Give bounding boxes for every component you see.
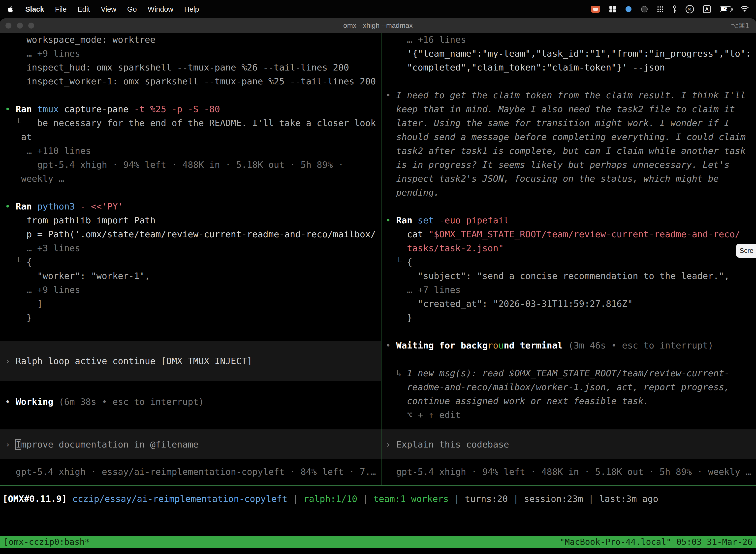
left-terminal-pane[interactable]: workspace_mode: worktree … +9 lines insp… — [0, 33, 381, 485]
window-title: omx --xhigh --madmax — [343, 21, 413, 30]
tmux-status-bar: [omx-cczip0:bash* "MacBook-Pro-44.local"… — [0, 536, 756, 548]
terminal-line — [381, 325, 756, 339]
app-menu-slack[interactable]: Slack — [25, 5, 44, 13]
terminal-line: gpt-5.4 xhigh · essay/ai-reimplementatio… — [0, 465, 381, 479]
window-grid-icon[interactable] — [609, 6, 616, 13]
menu-edit[interactable]: Edit — [78, 5, 90, 13]
menu-go[interactable]: Go — [127, 5, 137, 13]
prompt-band[interactable]: › Explain this codebase — [381, 429, 756, 459]
terminal-line: • Waiting for background terminal (3m 46… — [381, 339, 756, 352]
terminal-line: • I need to get the claim token from the… — [381, 88, 756, 102]
window-shortcut: ⌥⌘1 — [731, 22, 750, 30]
battery-icon[interactable]: ϟ — [720, 6, 731, 12]
keyboard-layout-letter: A — [705, 6, 709, 12]
screen: Slack File Edit View Go Window Help — [0, 0, 756, 554]
terminal-line: • Working (6m 38s • esc to interrupt) — [0, 395, 381, 409]
battery-gauge-value: 61 — [688, 7, 692, 11]
terminal-line: should send a message before completing … — [381, 130, 756, 144]
menu-help[interactable]: Help — [184, 5, 199, 13]
terminal-line: at — [0, 130, 381, 144]
terminal-line: ↳ 1 new msg(s): read $OMX_TEAM_STATE_ROO… — [381, 366, 756, 380]
traffic-lights — [5, 18, 34, 33]
terminal-line: continue assigned work or next feasible … — [381, 394, 756, 408]
terminal-line: task2 after task1 is complete, but can I… — [381, 144, 756, 158]
screenshot-popup-label: Scre — [740, 247, 754, 255]
terminal-line: pending. — [381, 186, 756, 200]
terminal-line: └ { — [0, 255, 381, 269]
terminal-line: } — [0, 311, 381, 325]
app-grid-icon[interactable] — [657, 6, 664, 13]
terminal-line: p = Path('.omx/state/team/review-current… — [0, 227, 381, 241]
terminal-line — [0, 186, 381, 200]
key-icon[interactable] — [673, 5, 677, 13]
terminal-line: workspace_mode: worktree — [0, 33, 381, 47]
menu-view[interactable]: View — [101, 5, 116, 13]
apple-logo — [7, 5, 14, 13]
terminal-line: … +7 lines — [381, 283, 756, 297]
menu-bar-status-icons: 61 A ϟ — [591, 5, 749, 13]
prompt-band[interactable]: › Improve documentation in @filename — [0, 429, 381, 459]
terminal-line: … +16 lines — [381, 33, 756, 47]
keyboard-layout-icon[interactable]: A — [703, 5, 711, 13]
blue-app-icon[interactable] — [625, 6, 632, 13]
terminal-line: gpt-5.4 xhigh · 94% left · 488K in · 5.1… — [381, 465, 756, 479]
terminal-line: '{"team_name":"my-team","task_id":"1","f… — [381, 47, 756, 61]
terminal-line: inspect_hud: omx sparkshell --tmux-pane … — [0, 61, 381, 74]
tmux-session-window-label: [omx-cczip0:bash* — [3, 537, 90, 547]
terminal-line — [381, 74, 756, 88]
screen-recording-indicator-icon[interactable] — [591, 6, 600, 13]
terminal-line: ⌥ + ↑ edit — [381, 408, 756, 422]
terminal-line: └ be necessary for the end of the README… — [0, 116, 381, 130]
terminal-line: readme-and-reco/mailbox/worker-1.json, a… — [381, 380, 756, 394]
tmux-host-clock-label: "MacBook-Pro-44.local" 05:03 31-Mar-26 — [560, 537, 753, 547]
menu-bar: Slack File Edit View Go Window Help — [0, 0, 756, 18]
terminal-line: cat "$OMX_TEAM_STATE_ROOT/team/review-cu… — [381, 227, 756, 241]
terminal-line: └ { — [381, 255, 756, 269]
window-title-bar[interactable]: omx --xhigh --madmax ⌥⌘1 — [0, 18, 756, 33]
terminal-line: from pathlib import Path — [0, 214, 381, 227]
terminal-line: … +110 lines — [0, 144, 381, 158]
battery-gauge-icon[interactable]: 61 — [686, 5, 694, 13]
menu-file[interactable]: File — [55, 5, 67, 13]
terminal-line: is in progress? It seems likely but perh… — [381, 158, 756, 172]
omx-status-pane: [OMX#0.11.9] cczip/essay/ai-reimplementa… — [0, 486, 756, 536]
terminal-line: … +9 lines — [0, 47, 381, 61]
terminal-line: keep that in mind. Maybe I also need the… — [381, 102, 756, 116]
prompt-band[interactable]: › Ralph loop active continue [OMX_TMUX_I… — [0, 341, 381, 381]
wifi-icon[interactable] — [740, 6, 749, 13]
terminal-line — [381, 200, 756, 214]
screenshot-popup[interactable]: Scre — [736, 244, 756, 258]
menu-bar-left: Slack File Edit View Go Window Help — [7, 5, 199, 13]
apple-menu-icon[interactable] — [7, 5, 14, 13]
dark-circle-app-icon[interactable] — [641, 6, 648, 13]
terminal-content: workspace_mode: worktree … +9 lines insp… — [0, 33, 756, 485]
terminal-line: weekly … — [0, 172, 381, 186]
terminal-line — [0, 88, 381, 102]
terminal-window: omx --xhigh --madmax ⌥⌘1 workspace_mode:… — [0, 18, 756, 554]
terminal-line: } — [381, 311, 756, 325]
terminal-line: "completed","claim_token":"claim-token"}… — [381, 61, 756, 74]
terminal-line — [381, 352, 756, 366]
terminal-line: • Ran python3 - <<'PY' — [0, 200, 381, 214]
close-button[interactable] — [5, 22, 11, 29]
terminal-line: "created_at": "2026-03-31T11:59:27.816Z" — [381, 297, 756, 311]
minimize-button[interactable] — [17, 22, 23, 29]
right-terminal-pane[interactable]: … +16 lines '{"team_name":"my-team","tas… — [381, 33, 756, 485]
terminal-line: ] — [0, 297, 381, 311]
terminal-line: gpt-5.4 xhigh · 94% left · 488K in · 5.1… — [0, 158, 381, 172]
charging-bolt-icon: ϟ — [724, 6, 727, 13]
terminal-line: … +9 lines — [0, 283, 381, 297]
terminal-line: • Ran set -euo pipefail — [381, 214, 756, 227]
terminal-line: "worker": "worker-1", — [0, 269, 381, 283]
terminal-line: later. Using the same for transition mig… — [381, 116, 756, 130]
terminal-line: inspect_worker-1: omx sparkshell --tmux-… — [0, 74, 381, 88]
zoom-button[interactable] — [28, 22, 34, 29]
terminal-line: … +3 lines — [0, 241, 381, 255]
terminal-line: tasks/task-2.json" — [381, 241, 756, 255]
terminal-line: "subject": "send a concise recommendatio… — [381, 269, 756, 283]
menu-window[interactable]: Window — [148, 5, 173, 13]
terminal-line: [OMX#0.11.9] cczip/essay/ai-reimplementa… — [0, 492, 756, 506]
terminal-line: inspect task2's JSON, focusing on the st… — [381, 172, 756, 186]
terminal-line: • Ran tmux capture-pane -t %25 -p -S -80 — [0, 102, 381, 116]
